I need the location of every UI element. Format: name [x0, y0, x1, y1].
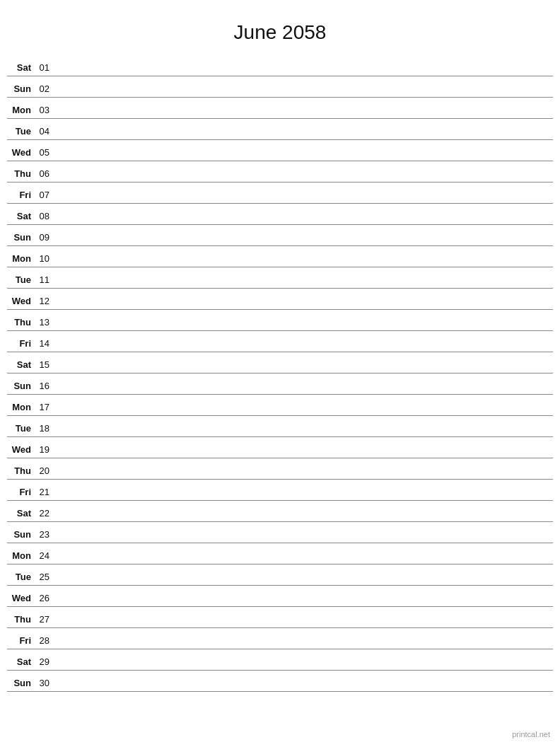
- day-row: Tue25: [7, 564, 553, 586]
- day-number: 29: [35, 656, 57, 667]
- day-number: 26: [35, 593, 57, 603]
- day-line: [57, 475, 553, 476]
- day-number: 08: [35, 211, 57, 221]
- day-name: Sat: [7, 211, 35, 221]
- day-name: Wed: [7, 444, 35, 455]
- day-number: 24: [35, 550, 57, 561]
- day-number: 03: [35, 105, 57, 115]
- day-name: Fri: [7, 635, 35, 646]
- day-number: 17: [35, 402, 57, 412]
- day-line: [57, 348, 553, 349]
- day-row: Sun30: [7, 671, 553, 692]
- day-name: Wed: [7, 147, 35, 158]
- day-line: [57, 93, 553, 94]
- day-name: Sat: [7, 359, 35, 370]
- day-name: Sun: [7, 83, 35, 94]
- day-name: Sun: [7, 381, 35, 391]
- day-number: 11: [35, 274, 57, 285]
- day-name: Sun: [7, 678, 35, 688]
- day-number: 12: [35, 296, 57, 306]
- day-number: 14: [35, 338, 57, 349]
- day-row: Mon24: [7, 543, 553, 564]
- day-line: [57, 157, 553, 158]
- day-number: 15: [35, 359, 57, 370]
- day-line: [57, 178, 553, 179]
- day-number: 16: [35, 381, 57, 391]
- day-row: Wed12: [7, 289, 553, 310]
- day-line: [57, 454, 553, 455]
- day-line: [57, 136, 553, 137]
- day-line: [57, 624, 553, 625]
- day-line: [57, 412, 553, 412]
- day-name: Thu: [7, 168, 35, 179]
- day-line: [57, 518, 553, 519]
- day-number: 21: [35, 487, 57, 497]
- day-line: [57, 306, 553, 306]
- day-number: 30: [35, 678, 57, 688]
- day-line: [57, 688, 553, 688]
- day-line: [57, 645, 553, 646]
- day-row: Fri14: [7, 331, 553, 352]
- day-row: Sun16: [7, 374, 553, 395]
- day-row: Wed19: [7, 437, 553, 458]
- day-name: Mon: [7, 105, 35, 115]
- day-name: Sun: [7, 529, 35, 540]
- day-row: Sat29: [7, 649, 553, 671]
- day-line: [57, 539, 553, 540]
- day-line: [57, 199, 553, 200]
- day-line: [57, 581, 553, 582]
- day-row: Sun09: [7, 225, 553, 246]
- day-number: 10: [35, 253, 57, 264]
- day-name: Tue: [7, 274, 35, 285]
- day-number: 23: [35, 529, 57, 540]
- day-name: Wed: [7, 296, 35, 306]
- day-number: 02: [35, 83, 57, 94]
- day-row: Thu27: [7, 607, 553, 628]
- day-number: 09: [35, 232, 57, 243]
- day-row: Thu20: [7, 458, 553, 480]
- day-row: Fri07: [7, 183, 553, 204]
- day-row: Mon17: [7, 395, 553, 416]
- day-row: Tue18: [7, 416, 553, 437]
- day-line: [57, 666, 553, 667]
- day-number: 05: [35, 147, 57, 158]
- day-line: [57, 603, 553, 603]
- day-row: Sat08: [7, 204, 553, 225]
- day-name: Tue: [7, 126, 35, 137]
- day-number: 06: [35, 168, 57, 179]
- day-name: Sat: [7, 656, 35, 667]
- day-name: Fri: [7, 190, 35, 200]
- day-name: Wed: [7, 593, 35, 603]
- day-line: [57, 72, 553, 73]
- day-line: [57, 560, 553, 561]
- day-number: 04: [35, 126, 57, 137]
- day-row: Wed26: [7, 586, 553, 607]
- day-number: 18: [35, 423, 57, 434]
- day-row: Tue11: [7, 267, 553, 289]
- day-row: Mon03: [7, 98, 553, 119]
- day-number: 19: [35, 444, 57, 455]
- watermark: printcal.net: [512, 730, 550, 739]
- day-row: Fri21: [7, 480, 553, 501]
- day-number: 20: [35, 465, 57, 476]
- day-name: Mon: [7, 550, 35, 561]
- day-line: [57, 263, 553, 264]
- day-name: Mon: [7, 253, 35, 264]
- day-row: Sat22: [7, 501, 553, 522]
- day-number: 22: [35, 508, 57, 519]
- day-line: [57, 242, 553, 243]
- day-name: Sat: [7, 62, 35, 73]
- day-number: 13: [35, 317, 57, 328]
- day-name: Sun: [7, 232, 35, 243]
- day-name: Fri: [7, 487, 35, 497]
- day-row: Thu06: [7, 161, 553, 183]
- day-row: Sun23: [7, 522, 553, 543]
- day-number: 25: [35, 572, 57, 582]
- day-row: Thu13: [7, 310, 553, 331]
- day-row: Sat01: [7, 55, 553, 76]
- day-row: Mon10: [7, 246, 553, 267]
- day-name: Fri: [7, 338, 35, 349]
- day-name: Tue: [7, 423, 35, 434]
- day-name: Mon: [7, 402, 35, 412]
- day-number: 28: [35, 635, 57, 646]
